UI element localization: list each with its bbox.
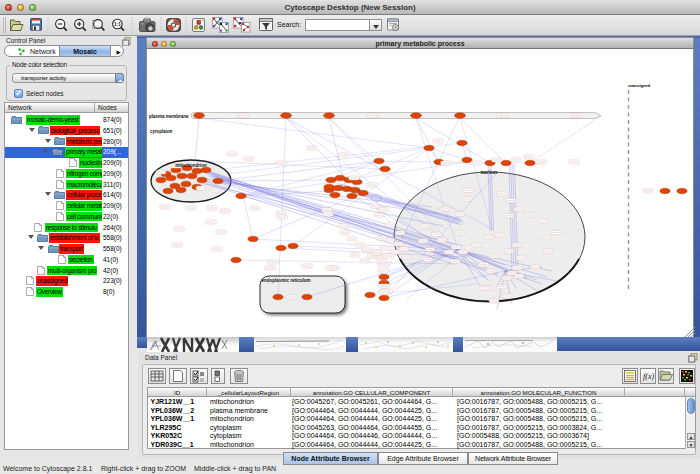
svg-text:mitochondrion: mitochondrion [175, 163, 207, 168]
svg-text:1:1: 1:1 [114, 22, 121, 27]
svg-text:endoplasmic reticulum: endoplasmic reticulum [262, 278, 311, 283]
svg-text:unassigned: unassigned [628, 83, 650, 88]
svg-text:nucleus: nucleus [480, 170, 498, 175]
svg-text:f(x): f(x) [643, 372, 654, 381]
svg-text:cytoplasm: cytoplasm [150, 129, 172, 134]
svg-text:plasma membrane: plasma membrane [149, 114, 189, 119]
